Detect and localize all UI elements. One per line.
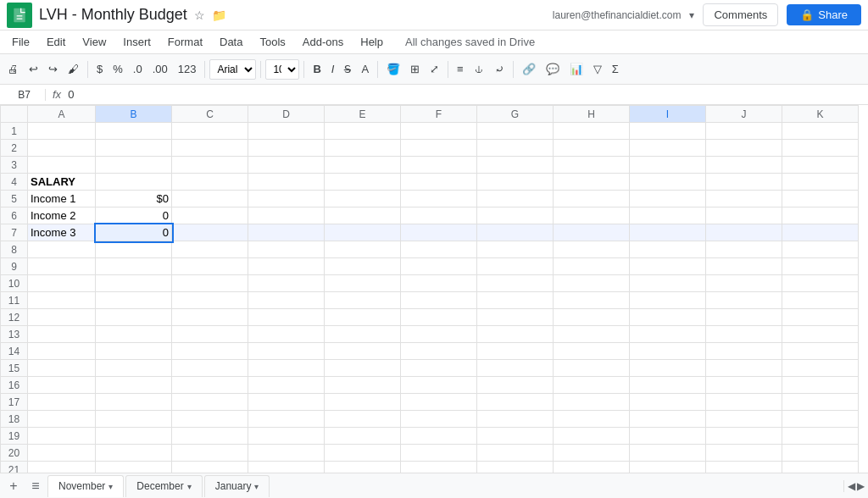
formula-input[interactable] <box>68 88 865 101</box>
fill-color-button[interactable]: 🪣 <box>382 60 404 78</box>
cell-F7[interactable] <box>401 224 477 241</box>
row-header-7[interactable]: 7 <box>1 224 28 241</box>
cell-F17[interactable] <box>401 394 477 411</box>
cell-I14[interactable] <box>630 343 706 360</box>
cell-H10[interactable] <box>554 275 630 292</box>
link-button[interactable]: 🔗 <box>518 60 540 78</box>
cell-B2[interactable] <box>96 140 172 157</box>
cell-G7[interactable] <box>477 224 554 241</box>
cell-H19[interactable] <box>554 428 630 445</box>
cell-D14[interactable] <box>248 343 325 360</box>
cell-I21[interactable] <box>630 462 706 473</box>
cell-J9[interactable] <box>706 258 782 275</box>
row-header-17[interactable]: 17 <box>1 394 28 411</box>
share-button[interactable]: 🔒 Share <box>787 4 861 25</box>
cell-C7[interactable] <box>172 224 248 241</box>
cell-K9[interactable] <box>782 258 859 275</box>
more-formats-button[interactable]: 123 <box>174 60 201 78</box>
cell-F2[interactable] <box>401 140 477 157</box>
cell-C3[interactable] <box>172 157 248 174</box>
cell-F19[interactable] <box>401 428 477 445</box>
november-tab-chevron[interactable]: ▾ <box>108 482 113 491</box>
cell-C15[interactable] <box>172 360 248 377</box>
cell-F15[interactable] <box>401 360 477 377</box>
cell-C16[interactable] <box>172 377 248 394</box>
cell-I8[interactable] <box>630 241 706 258</box>
cell-K15[interactable] <box>782 360 859 377</box>
cell-D20[interactable] <box>248 445 325 462</box>
cell-K18[interactable] <box>782 411 859 428</box>
cell-F10[interactable] <box>401 275 477 292</box>
cell-G21[interactable] <box>477 462 554 473</box>
cell-I5[interactable] <box>630 191 706 208</box>
row-header-21[interactable]: 21 <box>1 462 28 473</box>
cell-K4[interactable] <box>782 174 859 191</box>
cell-E18[interactable] <box>325 411 401 428</box>
menu-format[interactable]: Format <box>159 33 211 51</box>
cell-C20[interactable] <box>172 445 248 462</box>
cell-A5[interactable]: Income 1 <box>28 191 96 208</box>
cell-I18[interactable] <box>630 411 706 428</box>
cell-H1[interactable] <box>554 123 630 140</box>
cell-G12[interactable] <box>477 309 554 326</box>
cell-H21[interactable] <box>554 462 630 473</box>
cell-E20[interactable] <box>325 445 401 462</box>
row-header-5[interactable]: 5 <box>1 191 28 208</box>
font-selector[interactable]: Arial <box>209 59 256 80</box>
cell-K16[interactable] <box>782 377 859 394</box>
cell-G11[interactable] <box>477 292 554 309</box>
cell-I9[interactable] <box>630 258 706 275</box>
cell-B18[interactable] <box>96 411 172 428</box>
cell-G2[interactable] <box>477 140 554 157</box>
row-header-12[interactable]: 12 <box>1 309 28 326</box>
row-header-3[interactable]: 3 <box>1 157 28 174</box>
cell-D3[interactable] <box>248 157 325 174</box>
print-button[interactable]: 🖨 <box>3 60 23 78</box>
cell-B11[interactable] <box>96 292 172 309</box>
paint-format-button[interactable]: 🖌 <box>64 60 83 78</box>
cell-B4[interactable] <box>96 174 172 191</box>
cell-G10[interactable] <box>477 275 554 292</box>
cell-B19[interactable] <box>96 428 172 445</box>
row-header-14[interactable]: 14 <box>1 343 28 360</box>
function-button[interactable]: Σ <box>608 60 623 78</box>
cell-F20[interactable] <box>401 445 477 462</box>
cell-D19[interactable] <box>248 428 325 445</box>
cell-K17[interactable] <box>782 394 859 411</box>
cell-J18[interactable] <box>706 411 782 428</box>
scroll-left-icon[interactable]: ◀ <box>848 480 855 492</box>
cell-G20[interactable] <box>477 445 554 462</box>
cell-G6[interactable] <box>477 208 554 224</box>
cell-F11[interactable] <box>401 292 477 309</box>
cell-E16[interactable] <box>325 377 401 394</box>
cell-I20[interactable] <box>630 445 706 462</box>
cell-G5[interactable] <box>477 191 554 208</box>
cell-J8[interactable] <box>706 241 782 258</box>
row-header-11[interactable]: 11 <box>1 292 28 309</box>
cell-I19[interactable] <box>630 428 706 445</box>
cell-F21[interactable] <box>401 462 477 473</box>
cell-I3[interactable] <box>630 157 706 174</box>
cell-A3[interactable] <box>28 157 96 174</box>
cell-D21[interactable] <box>248 462 325 473</box>
text-color-button[interactable]: A <box>357 60 373 78</box>
cell-H6[interactable] <box>554 208 630 224</box>
cell-I11[interactable] <box>630 292 706 309</box>
cell-C21[interactable] <box>172 462 248 473</box>
row-header-10[interactable]: 10 <box>1 275 28 292</box>
cell-H8[interactable] <box>554 241 630 258</box>
cell-B12[interactable] <box>96 309 172 326</box>
january-tab-chevron[interactable]: ▾ <box>254 482 259 491</box>
grid-wrapper[interactable]: A B C D E F G H I J K 1234SALARY5Income … <box>0 105 868 473</box>
cell-C8[interactable] <box>172 241 248 258</box>
cell-H16[interactable] <box>554 377 630 394</box>
redo-button[interactable]: ↪ <box>44 60 62 78</box>
cell-I7[interactable] <box>630 224 706 241</box>
cell-C2[interactable] <box>172 140 248 157</box>
cell-A20[interactable] <box>28 445 96 462</box>
menu-addons[interactable]: Add-ons <box>294 33 352 51</box>
cell-E7[interactable] <box>325 224 401 241</box>
cell-G19[interactable] <box>477 428 554 445</box>
col-header-b[interactable]: B <box>96 106 172 123</box>
cell-A11[interactable] <box>28 292 96 309</box>
